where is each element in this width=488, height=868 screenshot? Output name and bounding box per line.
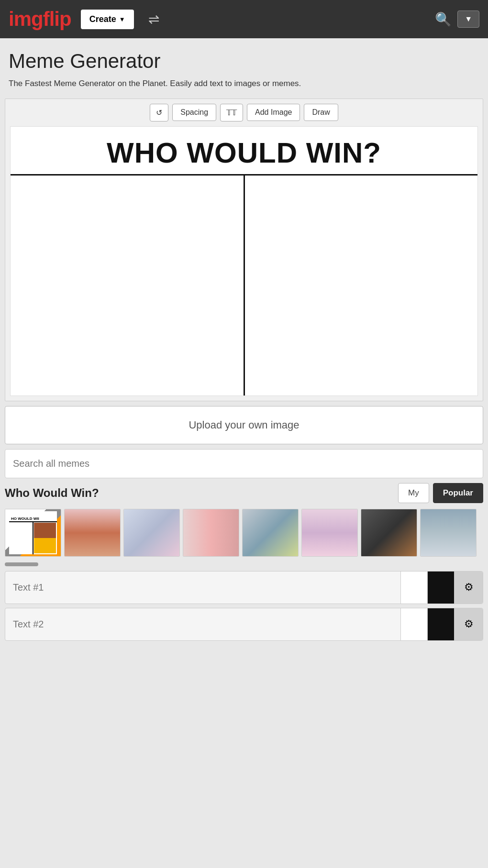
thumbnail-image-2 xyxy=(65,509,120,556)
meme-left-panel xyxy=(11,176,245,396)
template-thumbnail-2[interactable] xyxy=(64,509,121,557)
text-field-1[interactable] xyxy=(5,571,400,604)
text-input-row-1: ⚙ xyxy=(5,571,483,604)
header: imgflip Create ▼ ⇌ 🔍 ▼ xyxy=(0,0,488,38)
template-thumbnail-7[interactable] xyxy=(361,509,417,557)
template-thumbnail-3[interactable] xyxy=(123,509,180,557)
template-thumbnail-6[interactable] xyxy=(301,509,358,557)
text-input-row-2: ⚙ xyxy=(5,608,483,641)
template-thumbnail-5[interactable] xyxy=(242,509,299,557)
page-subtitle: The Fastest Meme Generator on the Planet… xyxy=(9,77,479,90)
thumbnail-image-1: HO WOULD WII xyxy=(5,509,61,556)
meme-canvas: WHO WOULD WIN? xyxy=(10,126,478,396)
create-arrow-icon: ▼ xyxy=(119,16,125,23)
logo: imgflip xyxy=(9,8,71,31)
thumbnail-image-5 xyxy=(243,509,298,556)
page-title-area: Meme Generator The Fastest Meme Generato… xyxy=(0,38,488,99)
popular-templates-tab[interactable]: Popular xyxy=(433,483,483,503)
search-input[interactable] xyxy=(5,449,483,478)
text-settings-button-2[interactable]: ⚙ xyxy=(454,608,483,640)
thumbnail-image-8 xyxy=(421,509,476,556)
editor-container: ↺ Spacing 𝕋𝕋 Add Image Draw WHO WOULD WI… xyxy=(5,99,483,401)
undo-icon: ↺ xyxy=(156,109,162,117)
template-section-title: Who Would Win? xyxy=(5,486,394,500)
page-title: Meme Generator xyxy=(9,50,479,73)
template-thumbnail-4[interactable] xyxy=(183,509,239,557)
create-label: Create xyxy=(89,14,116,24)
text-color-black-2[interactable] xyxy=(427,608,454,640)
template-section: Who Would Win? My Popular HO WOULD WII xyxy=(5,483,483,566)
font-button[interactable]: 𝕋𝕋 xyxy=(220,104,243,121)
header-right: 🔍 ▼ xyxy=(435,11,479,28)
add-image-button[interactable]: Add Image xyxy=(247,104,300,121)
search-icon-button[interactable]: 🔍 xyxy=(435,11,452,27)
search-container xyxy=(5,449,483,478)
editor-toolbar: ↺ Spacing 𝕋𝕋 Add Image Draw xyxy=(5,99,483,126)
text-color-white-1[interactable] xyxy=(400,571,427,604)
thumbnail-image-7 xyxy=(361,509,417,556)
svg-text:HO WOULD WII: HO WOULD WII xyxy=(11,516,39,521)
my-templates-tab[interactable]: My xyxy=(398,483,429,503)
template-header: Who Would Win? My Popular xyxy=(5,483,483,503)
upload-image-button[interactable]: Upload your own image xyxy=(5,406,483,444)
text-color-white-2[interactable] xyxy=(400,608,427,640)
user-dropdown-button[interactable]: ▼ xyxy=(457,11,479,28)
meme-lower-section xyxy=(11,176,477,396)
logo-img: img xyxy=(9,8,43,30)
svg-rect-5 xyxy=(34,523,56,538)
meme-content: WHO WOULD WIN? xyxy=(11,127,477,396)
shuffle-icon: ⇌ xyxy=(148,11,159,27)
gear-icon-1: ⚙ xyxy=(464,581,474,593)
dropdown-arrow-icon: ▼ xyxy=(465,15,472,23)
template-thumbnail-1[interactable]: HO WOULD WII xyxy=(5,509,61,557)
text-color-black-1[interactable] xyxy=(427,571,454,604)
draw-button[interactable]: Draw xyxy=(304,104,338,121)
template-thumbnails: HO WOULD WII xyxy=(5,509,483,560)
scroll-indicator xyxy=(5,562,38,566)
text-inputs-section: ⚙ ⚙ xyxy=(5,571,483,641)
create-button[interactable]: Create ▼ xyxy=(81,10,134,29)
thumbnail-image-3 xyxy=(124,509,179,556)
text-field-2[interactable] xyxy=(5,608,400,640)
template-thumbnail-8[interactable] xyxy=(420,509,477,557)
undo-button[interactable]: ↺ xyxy=(150,104,168,121)
text-settings-button-1[interactable]: ⚙ xyxy=(454,571,483,604)
thumbnail-image-4 xyxy=(183,509,239,556)
spacing-button[interactable]: Spacing xyxy=(172,104,216,121)
meme-right-panel xyxy=(245,176,478,396)
thumbnail-image-6 xyxy=(302,509,357,556)
gear-icon-2: ⚙ xyxy=(464,618,474,630)
meme-title-text: WHO WOULD WIN? xyxy=(92,127,396,174)
